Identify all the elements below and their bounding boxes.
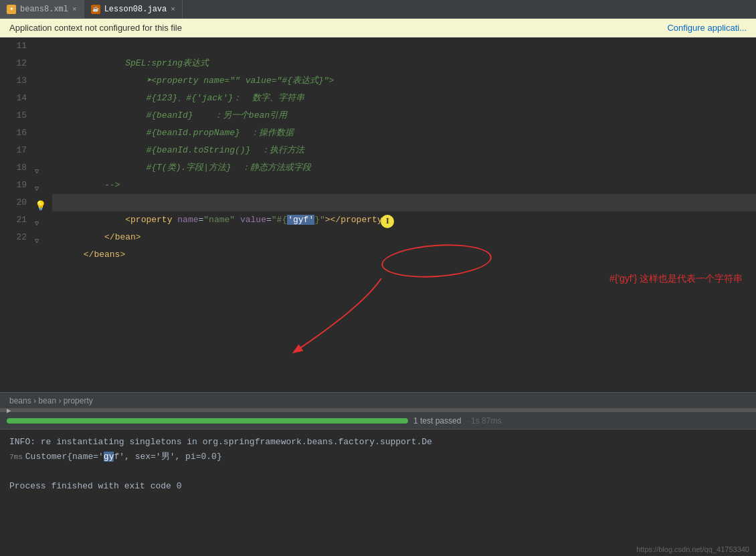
warning-text: Application context not configured for t… bbox=[9, 23, 182, 33]
java-icon: ☕ bbox=[91, 5, 100, 14]
code-line-13: #{123}、#{'jack'}： 数字、字符串 bbox=[52, 72, 756, 90]
tab-lesson08-close[interactable]: × bbox=[171, 5, 175, 13]
console-line-1: INFO: re instantiating singletons in org… bbox=[9, 435, 747, 450]
test-result-text: 1 test passed bbox=[413, 416, 461, 426]
code-line-12: ➤<property name="" value="#{表达式}"> bbox=[52, 55, 756, 72]
console-highlight: gy bbox=[104, 452, 114, 462]
code-line-19: <bean id="customer" class="com.gyf.model… bbox=[52, 177, 756, 194]
code-line-17: #{T(类).字段|方法} ：静态方法或字段 bbox=[52, 142, 756, 159]
test-result-time: · 1s 87ms bbox=[466, 416, 501, 426]
tab-lesson08[interactable]: ☕ Lesson08.java × bbox=[84, 0, 183, 18]
configure-link[interactable]: Configure applicati... bbox=[667, 23, 747, 33]
code-line-20: <property name="name" value="#{'gyf'}"><… bbox=[52, 194, 756, 211]
test-bar: 1 test passed · 1s 87ms bbox=[0, 412, 756, 430]
line-numbers: 11 12 13 14 15 16 17 18 19 20 21 22 bbox=[0, 37, 33, 392]
console-line-2: 7msCustomer{name='gyf', sex='男', pi=0.0} bbox=[9, 450, 747, 464]
code-line-14: #{beanId} ：另一个bean引用 bbox=[52, 90, 756, 107]
console-area: INFO: re instantiating singletons in org… bbox=[0, 430, 756, 547]
code-line-18: --> bbox=[52, 159, 756, 177]
panel-arrow-icon: ▶ bbox=[7, 406, 11, 415]
code-line-16: #{beanId.toString()} ：执行方法 bbox=[52, 124, 756, 142]
code-line-22: </beans> bbox=[52, 229, 756, 246]
tab-lesson08-label: Lesson08.java bbox=[104, 5, 167, 14]
test-progress-bar bbox=[7, 418, 408, 424]
console-line-3 bbox=[9, 464, 747, 479]
tab-beans8-close[interactable]: × bbox=[72, 5, 77, 13]
console-line-4: Process finished with exit code 0 bbox=[9, 479, 747, 494]
tab-beans8-label: beans8.xml bbox=[20, 5, 68, 14]
code-line-15: #{beanId.propName} ：操作数据 bbox=[52, 107, 756, 124]
gutter: ▽ ▽ 💡 ▽ ▽ bbox=[33, 37, 47, 392]
code-content[interactable]: SpEL:spring表达式 ➤<property name="" value=… bbox=[47, 37, 756, 392]
warning-bar: Application context not configured for t… bbox=[0, 19, 756, 37]
code-line-21: </bean> bbox=[52, 211, 756, 229]
tab-bar: ✦ beans8.xml × ☕ Lesson08.java × bbox=[0, 0, 756, 19]
watermark: https://blog.csdn.net/qq_41753340 bbox=[636, 545, 749, 553]
xml-icon: ✦ bbox=[7, 5, 16, 14]
code-line-11: SpEL:spring表达式 bbox=[52, 37, 756, 55]
editor-area: 11 12 13 14 15 16 17 18 19 20 21 22 ▽ ▽ … bbox=[0, 37, 756, 392]
breadcrumb: beans › bean › property bbox=[9, 396, 93, 405]
fold-icon-22[interactable]: ▽ bbox=[35, 233, 39, 250]
breadcrumb-bar: beans › bean › property bbox=[0, 392, 756, 408]
tab-beans8[interactable]: ✦ beans8.xml × bbox=[0, 0, 84, 18]
